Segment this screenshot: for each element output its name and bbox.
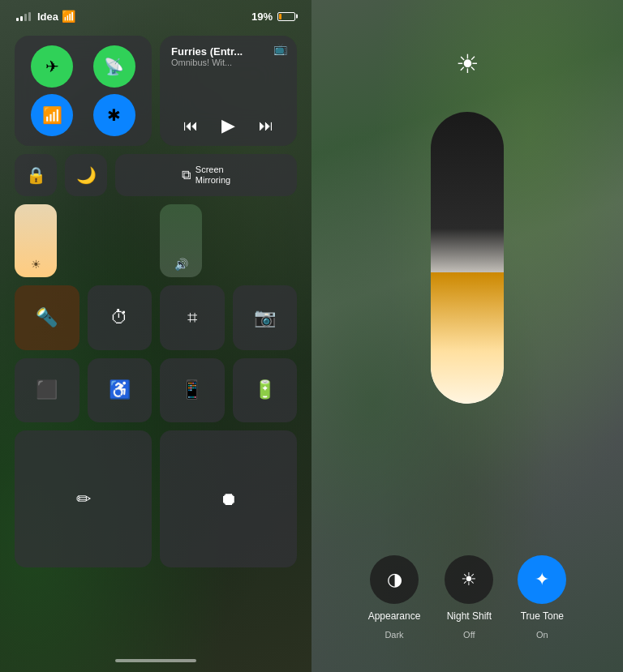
screen-mirror-label: ScreenMirroring <box>195 165 230 186</box>
carrier-name: Idea <box>37 11 58 23</box>
big-brightness-slider[interactable] <box>431 112 504 404</box>
night-shift-icon: ☀ <box>461 569 477 590</box>
status-bar: Idea 📶 19% <box>0 0 312 28</box>
cellular-button[interactable]: 📡 <box>93 45 135 88</box>
battery-percent: 19% <box>251 11 273 23</box>
top-row: ✈ 📡 📶 ✱ 📺 Furries (Entr... Omnibus! Wit.… <box>15 36 297 146</box>
flashlight-button[interactable]: 🔦 <box>15 285 79 350</box>
markup-button[interactable]: ✏ <box>15 430 152 567</box>
night-shift-group: ☀ Night Shift Off <box>445 555 493 640</box>
status-right: 19% <box>251 11 295 23</box>
wifi-toggle-icon: 📶 <box>42 105 62 125</box>
calculator-icon: ⌗ <box>187 307 197 328</box>
timer-button[interactable]: ⏱ <box>88 285 153 350</box>
volume-icon: 🔊 <box>174 258 188 271</box>
utility-row-1: 🔦 ⏱ ⌗ 📷 <box>15 285 297 350</box>
sun-brightness-icon: ☀ <box>456 49 479 79</box>
battery-icon <box>277 12 295 21</box>
second-row: 🔒 🌙 ⧉ ScreenMirroring <box>15 154 297 196</box>
accessibility-button[interactable]: ♿ <box>88 358 153 423</box>
cellular-icon: 📡 <box>104 57 124 76</box>
remote-button[interactable]: 📱 <box>160 358 225 423</box>
media-title: Furries (Entr... <box>171 45 286 58</box>
left-control-center: Idea 📶 19% ✈ 📡 📶 <box>0 0 312 672</box>
status-left: Idea 📶 <box>16 10 75 23</box>
utility-row-3: ✏ ⏺ <box>15 430 297 567</box>
moon-icon: 🌙 <box>76 165 97 185</box>
screen-mirroring-button[interactable]: ⧉ ScreenMirroring <box>115 154 297 196</box>
timer-icon: ⏱ <box>110 307 128 328</box>
bluetooth-icon: ✱ <box>107 105 121 125</box>
screen-record-icon: ⏺ <box>220 489 238 510</box>
battery-widget-icon: 🔋 <box>254 379 276 400</box>
signal-bar-1 <box>16 18 19 21</box>
sliders-row: ☀ 🔊 <box>15 204 297 277</box>
appearance-label: Appearance <box>368 610 421 623</box>
flashlight-icon: 🔦 <box>36 307 58 328</box>
signal-bars <box>16 12 31 21</box>
night-shift-button[interactable]: ☀ <box>445 555 493 604</box>
accessibility-icon: ♿ <box>109 379 131 400</box>
night-shift-sublabel: Off <box>463 630 475 640</box>
qr-scanner-button[interactable]: ⬛ <box>15 358 79 423</box>
battery-widget[interactable]: 🔋 <box>233 358 298 423</box>
markup-icon: ✏ <box>76 489 91 510</box>
home-indicator <box>115 659 196 662</box>
do-not-disturb-button[interactable]: 🌙 <box>65 154 107 196</box>
brightness-icon: ☀ <box>31 258 41 271</box>
true-tone-button[interactable]: ✦ <box>518 555 566 604</box>
appearance-group: ◑ Appearance Dark <box>368 555 421 640</box>
calculator-button[interactable]: ⌗ <box>160 285 225 350</box>
screen-record-button[interactable]: ⏺ <box>160 430 297 567</box>
media-player-block: 📺 Furries (Entr... Omnibus! Wit... ⏮ ▶ ⏭ <box>160 36 297 146</box>
wifi-icon: 📶 <box>62 10 75 23</box>
wifi-button[interactable]: 📶 <box>31 94 73 136</box>
airplane-mode-button[interactable]: ✈ <box>31 45 73 88</box>
night-shift-label: Night Shift <box>447 610 492 623</box>
control-center-grid: ✈ 📡 📶 ✱ 📺 Furries (Entr... Omnibus! Wit.… <box>0 28 312 576</box>
media-subtitle: Omnibus! Wit... <box>171 58 286 67</box>
connectivity-block: ✈ 📡 📶 ✱ <box>15 36 152 146</box>
rotation-lock-icon: 🔒 <box>26 165 46 185</box>
camera-button[interactable]: 📷 <box>233 285 298 350</box>
qr-code-icon: ⬛ <box>36 379 58 400</box>
play-button[interactable]: ▶ <box>221 115 235 136</box>
brightness-slider-area: ☀ <box>431 49 504 555</box>
true-tone-group: ✦ True Tone On <box>518 555 566 640</box>
appearance-icon: ◑ <box>387 569 402 590</box>
cast-icon[interactable]: 📺 <box>273 42 287 55</box>
camera-icon: 📷 <box>254 307 276 328</box>
media-controls: ⏮ ▶ ⏭ <box>171 115 286 136</box>
rewind-button[interactable]: ⏮ <box>183 118 198 135</box>
bluetooth-button[interactable]: ✱ <box>93 94 135 136</box>
signal-bar-3 <box>24 14 27 21</box>
true-tone-label: True Tone <box>521 610 564 623</box>
brightness-slider[interactable]: ☀ <box>15 204 57 277</box>
volume-slider[interactable]: 🔊 <box>160 204 202 277</box>
remote-icon: 📱 <box>181 379 203 400</box>
signal-bar-4 <box>28 12 31 21</box>
screen-rotation-button[interactable]: 🔒 <box>15 154 57 196</box>
true-tone-sublabel: On <box>536 630 548 640</box>
media-info: Furries (Entr... Omnibus! Wit... <box>171 45 286 67</box>
brightness-control-panel: ☀ ◑ Appearance Dark ☀ Night Shift Off ✦ … <box>312 0 623 672</box>
appearance-sublabel: Dark <box>385 630 403 640</box>
true-tone-icon: ✦ <box>535 569 549 590</box>
appearance-button[interactable]: ◑ <box>370 555 419 604</box>
utility-row-2: ⬛ ♿ 📱 🔋 <box>15 358 297 423</box>
airplane-icon: ✈ <box>45 57 59 76</box>
signal-bar-2 <box>20 16 23 21</box>
screen-mirror-icon: ⧉ <box>182 168 191 182</box>
fast-forward-button[interactable]: ⏭ <box>259 118 273 135</box>
display-controls: ◑ Appearance Dark ☀ Night Shift Off ✦ Tr… <box>368 555 567 640</box>
slider-fill <box>431 272 504 404</box>
